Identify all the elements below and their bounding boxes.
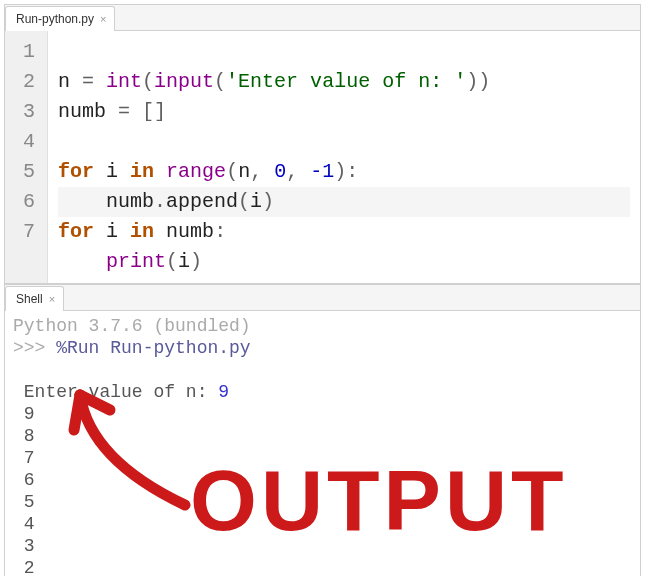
code-line[interactable]: numb.append(i) — [58, 187, 630, 217]
shell-body[interactable]: Python 3.7.6 (bundled) >>> %Run Run-pyth… — [5, 311, 640, 576]
shell-output-line: 4 — [13, 514, 35, 534]
line-number: 5 — [23, 157, 35, 187]
line-number: 3 — [23, 97, 35, 127]
shell-input-prompt: Enter value of n: — [13, 382, 218, 402]
shell-output-line: 2 — [13, 558, 35, 576]
code-line[interactable]: for i in numb: — [58, 217, 630, 247]
shell-output-line: 5 — [13, 492, 35, 512]
editor-tabbar: Run-python.py × — [5, 5, 640, 31]
line-number-gutter: 1 2 3 4 5 6 7 — [5, 31, 48, 283]
shell-version: Python 3.7.6 (bundled) — [13, 316, 251, 336]
close-icon[interactable]: × — [49, 294, 55, 305]
code-line[interactable] — [58, 127, 630, 157]
shell-output-line: 3 — [13, 536, 35, 556]
code-line[interactable]: n = int(input('Enter value of n: ')) — [58, 67, 630, 97]
line-number: 6 — [23, 187, 35, 217]
close-icon[interactable]: × — [100, 14, 106, 25]
shell-tabbar: Shell × — [5, 285, 640, 311]
editor-body[interactable]: 1 2 3 4 5 6 7 n = int(input('Enter value… — [5, 31, 640, 283]
line-number: 4 — [23, 127, 35, 157]
editor-tab[interactable]: Run-python.py × — [5, 6, 115, 31]
editor-panel: Run-python.py × 1 2 3 4 5 6 7 n = int(in… — [4, 4, 641, 284]
code-area[interactable]: n = int(input('Enter value of n: '))numb… — [48, 31, 640, 283]
code-line[interactable]: numb = [] — [58, 97, 630, 127]
shell-output-line: 7 — [13, 448, 35, 468]
shell-output-line: 6 — [13, 470, 35, 490]
line-number: 7 — [23, 217, 35, 247]
editor-tab-label: Run-python.py — [16, 12, 94, 26]
shell-panel: Shell × Python 3.7.6 (bundled) >>> %Run … — [4, 284, 641, 576]
shell-prompt: >>> — [13, 338, 56, 358]
shell-tab[interactable]: Shell × — [5, 286, 64, 311]
shell-output-line: 8 — [13, 426, 35, 446]
shell-output-line: 9 — [13, 404, 35, 424]
line-number: 1 — [23, 37, 35, 67]
shell-command: %Run Run-python.py — [56, 338, 250, 358]
shell-tab-label: Shell — [16, 292, 43, 306]
shell-input-value: 9 — [218, 382, 229, 402]
line-number: 2 — [23, 67, 35, 97]
code-line[interactable]: print(i) — [58, 247, 630, 277]
code-line[interactable]: for i in range(n, 0, -1): — [58, 157, 630, 187]
